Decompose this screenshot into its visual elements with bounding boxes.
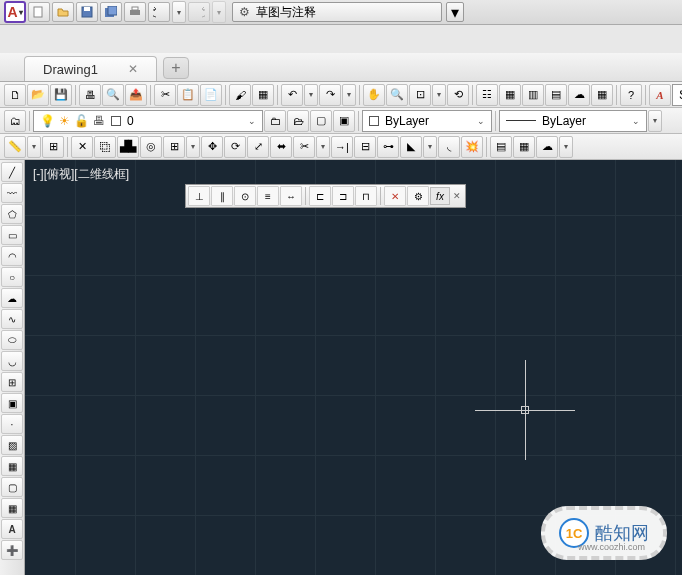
misc-dropdown[interactable]: ▾ xyxy=(559,136,573,158)
insert-block-button[interactable]: ⊞ xyxy=(1,372,23,392)
help-button[interactable]: ? xyxy=(620,84,642,106)
region-button[interactable]: ▢ xyxy=(1,477,23,497)
tab-close-button[interactable]: ✕ xyxy=(128,62,138,76)
design-center-button[interactable]: ▦ xyxy=(499,84,521,106)
constraint-btn-3[interactable]: ⊙ xyxy=(234,186,256,206)
new-tab-button[interactable]: + xyxy=(163,57,189,79)
gradient-button[interactable]: ▦ xyxy=(1,456,23,476)
app-menu-button[interactable]: A▾ xyxy=(4,1,26,23)
line-button[interactable]: ╱ xyxy=(1,162,23,182)
fillet-button[interactable]: ◟ xyxy=(438,136,460,158)
constraint-btn-2[interactable]: ∥ xyxy=(211,186,233,206)
zoom-window-button[interactable]: ⊡ xyxy=(409,84,431,106)
revision-cloud-button[interactable]: ☁ xyxy=(1,288,23,308)
layer-misc-button[interactable]: ▣ xyxy=(333,110,355,132)
color-control[interactable]: ByLayer ⌄ xyxy=(362,110,492,132)
constraint-btn-7[interactable]: ⊐ xyxy=(332,186,354,206)
redo-list[interactable]: ▾ xyxy=(342,84,356,106)
redo-button-2[interactable]: ↷ xyxy=(319,84,341,106)
zoom-realtime-button[interactable]: 🔍 xyxy=(386,84,408,106)
chamfer-button[interactable]: ◣ xyxy=(400,136,422,158)
revcloud-button[interactable]: ☁ xyxy=(536,136,558,158)
zoom-dropdown[interactable]: ▾ xyxy=(432,84,446,106)
properties-button[interactable]: ☷ xyxy=(476,84,498,106)
layer-control[interactable]: 💡 ☀ 🔓 🖶 0 ⌄ xyxy=(33,110,263,132)
viewport-label[interactable]: [-][俯视][二维线框] xyxy=(33,166,129,183)
copy-object-button[interactable]: ⿻ xyxy=(94,136,116,158)
constraint-btn-5[interactable]: ↔ xyxy=(280,186,302,206)
text-style-a-button[interactable]: A xyxy=(649,84,671,106)
erase-button[interactable]: ✕ xyxy=(71,136,93,158)
linetype-control[interactable]: ByLayer ⌄ xyxy=(499,110,647,132)
drawing-canvas[interactable]: [-][俯视][二维线框] ⊥ ∥ ⊙ ≡ ↔ ⊏ ⊐ ⊓ ✕ ⚙ fx ✕ 1… xyxy=(25,160,682,575)
save-button[interactable] xyxy=(76,2,98,22)
workspace-switcher[interactable]: ⚙ 草图与注释 xyxy=(232,2,442,22)
array-button[interactable]: ⊞ xyxy=(163,136,185,158)
qnew-button[interactable]: 🗋 xyxy=(4,84,26,106)
open-button[interactable]: 📂 xyxy=(27,84,49,106)
circle-button[interactable]: ○ xyxy=(1,267,23,287)
constraint-settings-button[interactable]: ⚙ xyxy=(407,186,429,206)
draworder-button[interactable]: ▤ xyxy=(490,136,512,158)
quickselect-button[interactable]: ⊞ xyxy=(42,136,64,158)
ellipse-button[interactable]: ⬭ xyxy=(1,330,23,350)
hatch-button[interactable]: ▨ xyxy=(1,435,23,455)
wipe-out-button[interactable]: ▦ xyxy=(513,136,535,158)
open-file-button[interactable] xyxy=(52,2,74,22)
stretch-button[interactable]: ⬌ xyxy=(270,136,292,158)
sheet-set-button[interactable]: ▤ xyxy=(545,84,567,106)
save-button-2[interactable]: 💾 xyxy=(50,84,72,106)
scale-button[interactable]: ⤢ xyxy=(247,136,269,158)
move-button[interactable]: ✥ xyxy=(201,136,223,158)
plot-button-2[interactable]: 🖶 xyxy=(79,84,101,106)
document-tab[interactable]: Drawing1 ✕ xyxy=(24,56,157,81)
spline-button[interactable]: ∿ xyxy=(1,309,23,329)
chamfer-dropdown[interactable]: ▾ xyxy=(423,136,437,158)
point-button[interactable]: · xyxy=(1,414,23,434)
save-as-button[interactable] xyxy=(100,2,122,22)
new-file-button[interactable] xyxy=(28,2,50,22)
publish-button[interactable]: 📤 xyxy=(125,84,147,106)
offset-button[interactable]: ◎ xyxy=(140,136,162,158)
lineweight-control[interactable]: ▾ xyxy=(648,110,662,132)
explode-button[interactable]: 💥 xyxy=(461,136,483,158)
redo-dropdown[interactable]: ▾ xyxy=(212,1,226,23)
polyline-button[interactable]: 〰 xyxy=(1,183,23,203)
text-style-control[interactable]: Stand xyxy=(672,84,682,106)
constraint-delete-button[interactable]: ✕ xyxy=(384,186,406,206)
undo-button-2[interactable]: ↶ xyxy=(281,84,303,106)
plot-button[interactable] xyxy=(124,2,146,22)
constraint-btn-6[interactable]: ⊏ xyxy=(309,186,331,206)
constraint-btn-8[interactable]: ⊓ xyxy=(355,186,377,206)
mirror-button[interactable]: ▟▙ xyxy=(117,136,139,158)
undo-list[interactable]: ▾ xyxy=(304,84,318,106)
rectangle-button[interactable]: ▭ xyxy=(1,225,23,245)
break-button[interactable]: ⊟ xyxy=(354,136,376,158)
match-prop-button[interactable]: 🖌 xyxy=(229,84,251,106)
redo-button[interactable] xyxy=(188,2,210,22)
trim-dropdown[interactable]: ▾ xyxy=(316,136,330,158)
undo-button[interactable] xyxy=(148,2,170,22)
measure-dropdown[interactable]: ▾ xyxy=(27,136,41,158)
rotate-button[interactable]: ⟳ xyxy=(224,136,246,158)
layer-properties-button[interactable]: 🗂 xyxy=(4,110,26,132)
addselected-button[interactable]: ➕ xyxy=(1,540,23,560)
pan-button[interactable]: ✋ xyxy=(363,84,385,106)
plot-preview-button[interactable]: 🔍 xyxy=(102,84,124,106)
floating-constraints-toolbar[interactable]: ⊥ ∥ ⊙ ≡ ↔ ⊏ ⊐ ⊓ ✕ ⚙ fx ✕ xyxy=(185,184,466,208)
table-button[interactable]: ▦ xyxy=(1,498,23,518)
extend-button[interactable]: →| xyxy=(331,136,353,158)
constraint-btn-1[interactable]: ⊥ xyxy=(188,186,210,206)
layer-state-button[interactable]: 🗁 xyxy=(287,110,309,132)
cut-button[interactable]: ✂ xyxy=(154,84,176,106)
layer-previous-button[interactable]: 🗀 xyxy=(264,110,286,132)
join-button[interactable]: ⊶ xyxy=(377,136,399,158)
distance-button[interactable]: 📏 xyxy=(4,136,26,158)
workspace-dropdown-button[interactable]: ▾ xyxy=(446,2,464,22)
paste-button[interactable]: 📄 xyxy=(200,84,222,106)
make-block-button[interactable]: ▣ xyxy=(1,393,23,413)
zoom-previous-button[interactable]: ⟲ xyxy=(447,84,469,106)
tool-palettes-button[interactable]: ▥ xyxy=(522,84,544,106)
parameters-fx-button[interactable]: fx xyxy=(430,187,450,205)
trim-button[interactable]: ✂ xyxy=(293,136,315,158)
